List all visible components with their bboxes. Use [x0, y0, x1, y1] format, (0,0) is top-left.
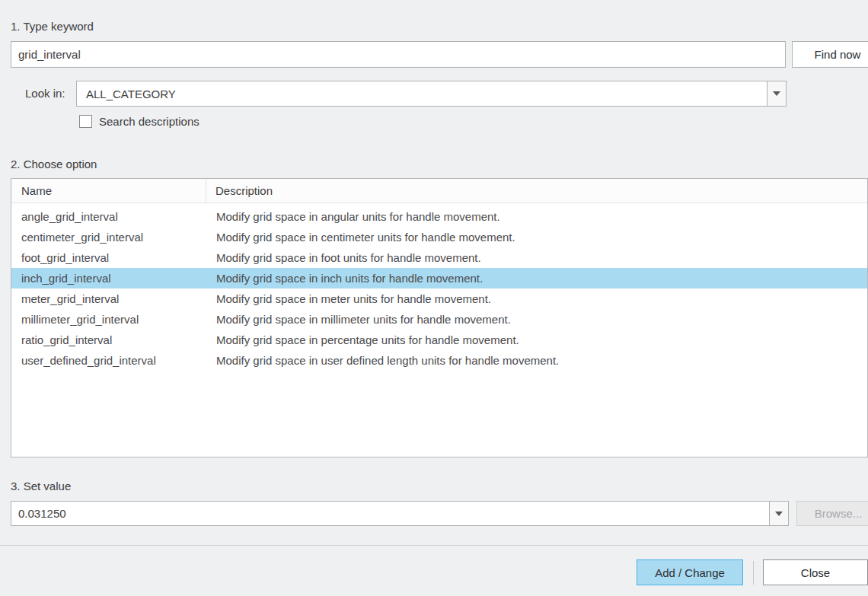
table-row[interactable]: ratio_grid_intervalModify grid space in …	[11, 330, 867, 350]
option-name: ratio_grid_interval	[11, 333, 206, 346]
option-description: Modify grid space in percentage units fo…	[206, 333, 867, 346]
option-description: Modify grid space in inch units for hand…	[206, 272, 867, 285]
table-row[interactable]: user_defined_grid_intervalModify grid sp…	[11, 350, 867, 371]
browse-button[interactable]: Browse...	[796, 501, 868, 526]
value-combobox[interactable]	[11, 501, 789, 526]
add-change-button[interactable]: Add / Change	[637, 559, 743, 585]
step3-label: 3. Set value	[11, 480, 71, 492]
look-in-selected-value: ALL_CATEGORY	[77, 88, 767, 100]
table-row[interactable]: centimeter_grid_intervalModify grid spac…	[11, 227, 867, 247]
options-table-body: angle_grid_intervalModify grid space in …	[11, 203, 867, 371]
chevron-down-icon[interactable]	[769, 502, 788, 525]
table-row[interactable]: foot_grid_intervalModify grid space in f…	[11, 247, 867, 268]
options-table: Name Description angle_grid_intervalModi…	[11, 178, 868, 457]
option-name: meter_grid_interval	[11, 292, 206, 305]
table-row[interactable]: inch_grid_intervalModify grid space in i…	[11, 268, 867, 288]
look-in-dropdown[interactable]: ALL_CATEGORY	[76, 81, 787, 107]
footer-divider	[0, 545, 868, 546]
option-description: Modify grid space in millimeter units fo…	[206, 313, 867, 326]
search-descriptions-checkbox[interactable]	[79, 115, 92, 128]
option-name: angle_grid_interval	[11, 210, 206, 223]
option-name: centimeter_grid_interval	[11, 231, 206, 244]
table-row[interactable]: meter_grid_intervalModify grid space in …	[11, 288, 867, 309]
close-button[interactable]: Close	[763, 559, 868, 585]
step1-label: 1. Type keyword	[11, 20, 94, 33]
value-input[interactable]	[11, 507, 769, 520]
chevron-down-icon[interactable]	[767, 81, 786, 106]
table-row[interactable]: millimeter_grid_intervalModify grid spac…	[11, 309, 867, 330]
search-descriptions-label: Search descriptions	[99, 115, 199, 128]
option-description: Modify grid space in centimeter units fo…	[206, 231, 867, 244]
option-name: foot_grid_interval	[11, 251, 206, 264]
options-table-header: Name Description	[11, 179, 867, 203]
option-description: Modify grid space in meter units for han…	[206, 292, 867, 305]
column-header-name[interactable]: Name	[11, 179, 206, 202]
option-name: millimeter_grid_interval	[11, 313, 206, 326]
option-description: Modify grid space in angular units for h…	[206, 210, 867, 223]
table-row[interactable]: angle_grid_intervalModify grid space in …	[11, 206, 867, 227]
look-in-label: Look in:	[25, 87, 65, 100]
keyword-input[interactable]	[11, 41, 786, 68]
option-name: user_defined_grid_interval	[11, 354, 206, 367]
option-description: Modify grid space in foot units for hand…	[206, 251, 867, 264]
button-divider	[753, 561, 754, 585]
find-now-button[interactable]: Find now	[792, 41, 868, 68]
variable-search-dialog: 1. Type keyword Find now Look in: ALL_CA…	[0, 0, 868, 596]
option-description: Modify grid space in user defined length…	[206, 354, 867, 367]
column-header-description[interactable]: Description	[206, 179, 867, 202]
chevron-down-icon	[775, 512, 783, 516]
step2-label: 2. Choose option	[11, 158, 97, 171]
option-name: inch_grid_interval	[11, 272, 206, 285]
chevron-down-icon	[773, 91, 780, 96]
